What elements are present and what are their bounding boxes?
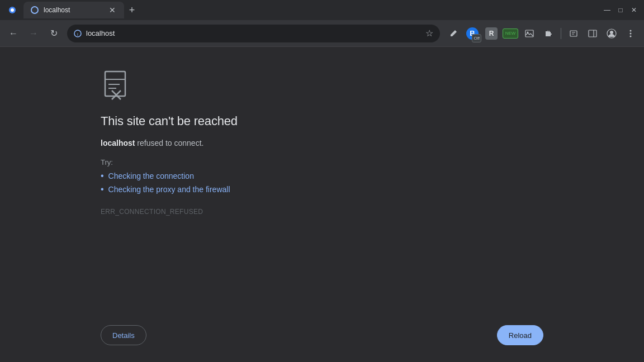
bookmark-icon[interactable]: ☆ — [425, 28, 433, 39]
minimize-button[interactable]: — — [602, 4, 613, 16]
edit-icon-button[interactable] — [444, 25, 462, 42]
error-subtitle-rest: refused to connect. — [135, 139, 203, 147]
tab-close-button[interactable]: ✕ — [107, 5, 117, 15]
reload-button[interactable]: Reload — [497, 325, 543, 345]
svg-point-1 — [11, 8, 14, 12]
svg-text:i: i — [77, 31, 78, 36]
toolbar-icons: B Off R NEW — [444, 25, 640, 42]
suggestion-1-item: Checking the connection — [101, 171, 238, 181]
error-hostname: localhost — [101, 139, 135, 147]
title-bar: localhost ✕ + — □ ✕ — [0, 0, 644, 20]
extension-b-button[interactable]: B Off — [463, 25, 481, 42]
svg-point-14 — [630, 32, 632, 34]
error-title: This site can't be reached — [101, 114, 238, 128]
sidebar-button[interactable] — [584, 25, 602, 42]
toolbar-divider — [561, 28, 561, 39]
suggestion-2-item: Checking the proxy and the firewall — [101, 184, 238, 194]
maximize-button[interactable]: □ — [615, 4, 626, 16]
refresh-button[interactable]: ↻ — [45, 25, 63, 42]
tab-favicon — [30, 6, 39, 15]
svg-point-12 — [610, 31, 613, 34]
chrome-menu-button[interactable] — [4, 2, 20, 18]
suggestion-1-link[interactable]: Checking the connection — [108, 172, 194, 180]
extension-r-icon: R — [485, 27, 498, 40]
address-security-icon: i — [74, 30, 82, 37]
extension-new-icon: NEW — [503, 28, 518, 39]
try-section: Try: Checking the connection Checking th… — [101, 158, 238, 194]
svg-point-15 — [630, 35, 632, 37]
address-text: localhost — [86, 29, 421, 37]
title-bar-left — [4, 2, 20, 18]
image-icon-button[interactable] — [520, 25, 538, 42]
error-subtitle: localhost refused to connect. — [101, 137, 238, 149]
window-controls: — □ ✕ — [602, 4, 640, 16]
forward-button[interactable]: → — [25, 25, 42, 42]
tab-bar: localhost ✕ + — [23, 2, 598, 18]
svg-rect-4 — [525, 30, 533, 37]
try-label: Try: — [101, 158, 238, 166]
extension-new-button[interactable]: NEW — [501, 25, 519, 42]
media-icon-button[interactable] — [565, 25, 583, 42]
error-content: This site can't be reached localhost ref… — [0, 69, 238, 216]
details-button[interactable]: Details — [101, 325, 146, 345]
extension-r-button[interactable]: R — [482, 25, 500, 42]
svg-point-13 — [630, 30, 632, 31]
close-button[interactable]: ✕ — [628, 4, 640, 16]
content-area: This site can't be reached localhost ref… — [0, 47, 644, 362]
error-icon — [101, 69, 238, 105]
back-button[interactable]: ← — [4, 25, 22, 42]
bottom-buttons: Details Reload — [0, 325, 644, 345]
try-list: Checking the connection Checking the pro… — [101, 171, 238, 194]
svg-rect-6 — [570, 31, 577, 36]
error-code: ERR_CONNECTION_REFUSED — [101, 208, 238, 216]
active-tab[interactable]: localhost ✕ — [23, 2, 124, 18]
nav-bar: ← → ↻ i localhost ☆ B Off R NEW — [0, 20, 644, 47]
chrome-menu-icon-button[interactable] — [622, 25, 640, 42]
extensions-button[interactable] — [539, 25, 557, 42]
tab-favicon-icon — [31, 6, 39, 14]
new-tab-button[interactable]: + — [124, 2, 140, 18]
profile-button[interactable] — [603, 25, 621, 42]
address-bar[interactable]: i localhost ☆ — [67, 25, 440, 42]
suggestion-2-link[interactable]: Checking the proxy and the firewall — [108, 185, 230, 194]
svg-rect-9 — [589, 30, 596, 37]
extension-off-badge: Off — [472, 34, 481, 42]
tab-title: localhost — [44, 6, 103, 14]
